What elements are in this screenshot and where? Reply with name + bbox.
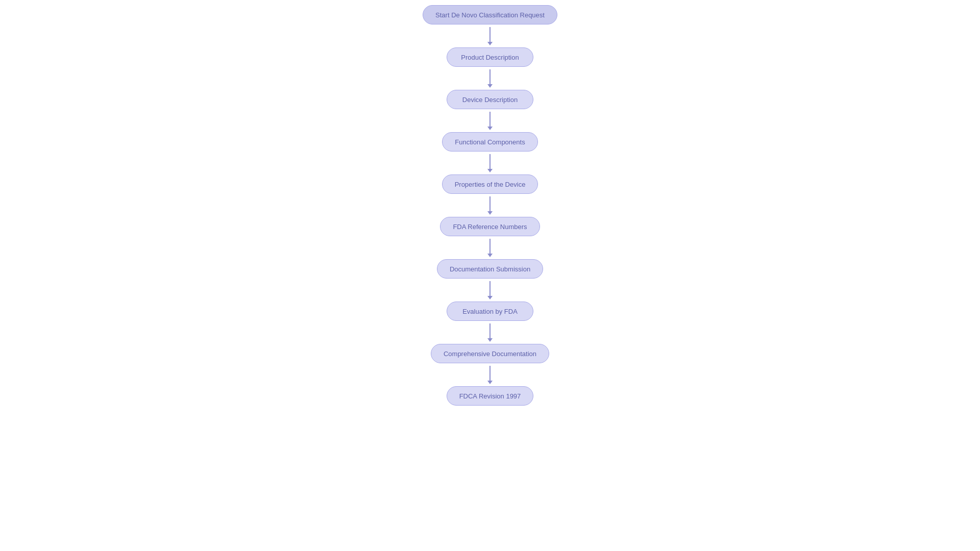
fdca-revision-1997-node[interactable]: FDCA Revision 1997	[447, 386, 534, 406]
connector-arrow-9	[487, 381, 493, 384]
connector-arrow-1	[487, 42, 493, 45]
flow-diagram: Start De Novo Classification Request Pro…	[0, 0, 980, 406]
connector-line-9	[489, 366, 491, 381]
connector-line-8	[489, 323, 491, 339]
connector-line-4	[489, 154, 491, 169]
properties-of-device-node[interactable]: Properties of the Device	[442, 174, 538, 194]
connector-line-5	[489, 196, 491, 212]
connector-3	[487, 109, 493, 132]
documentation-submission-node[interactable]: Documentation Submission	[437, 259, 543, 279]
fda-reference-numbers-node[interactable]: FDA Reference Numbers	[440, 217, 540, 236]
functional-components-node[interactable]: Functional Components	[442, 132, 537, 152]
connector-line-2	[489, 69, 491, 85]
connector-line-7	[489, 281, 491, 296]
connector-arrow-5	[487, 211, 493, 215]
connector-arrow-2	[487, 84, 493, 88]
start-node[interactable]: Start De Novo Classification Request	[423, 5, 557, 24]
connector-line-3	[489, 112, 491, 127]
comprehensive-documentation-node[interactable]: Comprehensive Documentation	[431, 344, 549, 363]
device-description-node[interactable]: Device Description	[447, 90, 533, 109]
evaluation-by-fda-node[interactable]: Evaluation by FDA	[447, 302, 533, 321]
connector-arrow-6	[487, 254, 493, 257]
connector-arrow-8	[487, 338, 493, 342]
connector-7	[487, 279, 493, 302]
product-description-node[interactable]: Product Description	[447, 47, 533, 67]
connector-5	[487, 194, 493, 217]
connector-line-6	[489, 239, 491, 254]
connector-8	[487, 321, 493, 344]
connector-4	[487, 152, 493, 174]
connector-2	[487, 67, 493, 90]
connector-arrow-3	[487, 127, 493, 130]
connector-1	[487, 24, 493, 47]
connector-6	[487, 236, 493, 259]
connector-line-1	[489, 27, 491, 42]
connector-arrow-4	[487, 169, 493, 172]
connector-arrow-7	[487, 296, 493, 299]
connector-9	[487, 363, 493, 386]
